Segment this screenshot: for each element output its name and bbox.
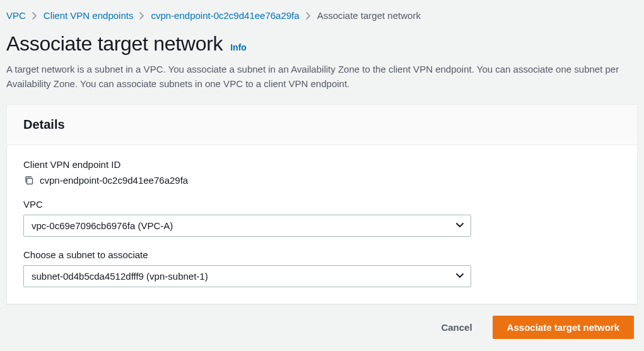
copy-icon[interactable]: [23, 175, 35, 186]
breadcrumb: VPC Client VPN endpoints cvpn-endpoint-0…: [6, 8, 638, 32]
field-subnet: Choose a subnet to associate subnet-0d4b…: [23, 249, 621, 287]
footer-actions: Cancel Associate target network: [6, 304, 638, 339]
vpc-select[interactable]: vpc-0c69e7096cb6976fa (VPC-A): [23, 215, 471, 237]
caret-down-icon: [456, 273, 464, 278]
subnet-select[interactable]: subnet-0d4b5cda4512dfff9 (vpn-subnet-1): [23, 265, 471, 287]
info-link[interactable]: Info: [230, 42, 247, 52]
svg-rect-0: [27, 178, 33, 184]
details-panel: Details Client VPN endpoint ID cvpn-endp…: [6, 104, 638, 304]
caret-down-icon: [456, 223, 464, 228]
field-endpoint-id: Client VPN endpoint ID cvpn-endpoint-0c2…: [23, 159, 621, 186]
breadcrumb-vpc[interactable]: VPC: [6, 10, 26, 21]
vpc-label: VPC: [23, 199, 621, 210]
chevron-right-icon: [139, 12, 144, 20]
panel-title: Details: [23, 117, 621, 132]
vpc-select-value: vpc-0c69e7096cb6976fa (VPC-A): [32, 220, 173, 231]
panel-header: Details: [7, 105, 637, 145]
chevron-right-icon: [306, 12, 311, 20]
field-vpc: VPC vpc-0c69e7096cb6976fa (VPC-A): [23, 199, 621, 237]
associate-button[interactable]: Associate target network: [493, 316, 634, 339]
breadcrumb-current: Associate target network: [317, 10, 421, 21]
breadcrumb-endpoint-id[interactable]: cvpn-endpoint-0c2c9d41ee76a29fa: [151, 10, 299, 21]
cancel-button[interactable]: Cancel: [435, 317, 478, 338]
page-title: Associate target network: [6, 32, 223, 56]
page-description: A target network is a subnet in a VPC. Y…: [6, 62, 624, 92]
subnet-select-value: subnet-0d4b5cda4512dfff9 (vpn-subnet-1): [32, 271, 208, 282]
endpoint-id-label: Client VPN endpoint ID: [23, 159, 621, 170]
chevron-right-icon: [32, 12, 37, 20]
breadcrumb-endpoints[interactable]: Client VPN endpoints: [44, 10, 134, 21]
subnet-label: Choose a subnet to associate: [23, 249, 621, 260]
endpoint-id-value: cvpn-endpoint-0c2c9d41ee76a29fa: [40, 175, 188, 186]
